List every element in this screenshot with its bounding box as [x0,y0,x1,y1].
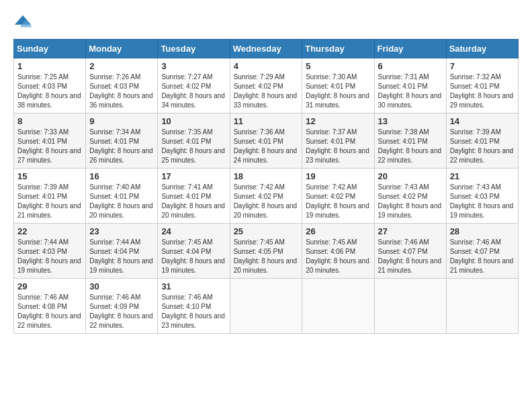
calendar-cell: 21 Sunrise: 7:43 AM Sunset: 4:03 PM Dayl… [446,169,518,224]
day-number: 31 [161,281,226,291]
calendar-cell: 18 Sunrise: 7:42 AM Sunset: 4:02 PM Dayl… [230,169,302,224]
calendar-cell: 10 Sunrise: 7:35 AM Sunset: 4:01 PM Dayl… [158,113,230,169]
calendar-cell: 5 Sunrise: 7:30 AM Sunset: 4:01 PM Dayli… [302,58,374,113]
calendar-cell: 9 Sunrise: 7:34 AM Sunset: 4:01 PM Dayli… [86,113,158,169]
calendar-cell: 4 Sunrise: 7:29 AM Sunset: 4:02 PM Dayli… [230,58,302,113]
day-detail: Sunrise: 7:43 AM Sunset: 4:02 PM Dayligh… [378,183,443,220]
day-detail: Sunrise: 7:42 AM Sunset: 4:02 PM Dayligh… [306,183,370,220]
calendar-cell [374,279,446,334]
day-detail: Sunrise: 7:27 AM Sunset: 4:02 PM Dayligh… [161,73,226,110]
day-detail: Sunrise: 7:45 AM Sunset: 4:04 PM Dayligh… [161,238,226,275]
weekday-header-monday: Monday [86,40,158,58]
weekday-header-tuesday: Tuesday [158,40,230,58]
calendar-cell: 11 Sunrise: 7:36 AM Sunset: 4:01 PM Dayl… [230,113,302,169]
day-detail: Sunrise: 7:46 AM Sunset: 4:10 PM Dayligh… [161,293,226,330]
day-detail: Sunrise: 7:37 AM Sunset: 4:01 PM Dayligh… [306,128,370,165]
weekday-header-sunday: Sunday [14,40,86,58]
logo-icon [13,13,32,32]
calendar-cell: 6 Sunrise: 7:31 AM Sunset: 4:01 PM Dayli… [374,58,446,113]
day-number: 3 [161,61,226,71]
calendar-cell: 13 Sunrise: 7:38 AM Sunset: 4:01 PM Dayl… [374,113,446,169]
calendar-week-4: 22 Sunrise: 7:44 AM Sunset: 4:03 PM Dayl… [14,224,519,279]
day-detail: Sunrise: 7:45 AM Sunset: 4:05 PM Dayligh… [234,238,299,275]
day-number: 23 [89,226,154,236]
day-detail: Sunrise: 7:41 AM Sunset: 4:01 PM Dayligh… [161,183,226,220]
weekday-header-saturday: Saturday [446,40,518,58]
day-detail: Sunrise: 7:43 AM Sunset: 4:03 PM Dayligh… [450,183,515,220]
day-detail: Sunrise: 7:44 AM Sunset: 4:04 PM Dayligh… [89,238,154,275]
day-detail: Sunrise: 7:33 AM Sunset: 4:01 PM Dayligh… [17,128,82,165]
day-number: 5 [306,61,370,71]
calendar-cell: 15 Sunrise: 7:39 AM Sunset: 4:01 PM Dayl… [14,169,86,224]
day-number: 18 [234,171,299,181]
day-number: 25 [234,226,299,236]
day-number: 12 [306,116,370,126]
calendar-cell: 23 Sunrise: 7:44 AM Sunset: 4:04 PM Dayl… [86,224,158,279]
day-detail: Sunrise: 7:26 AM Sunset: 4:03 PM Dayligh… [89,73,154,110]
day-number: 20 [378,171,443,181]
day-number: 26 [306,226,370,236]
weekday-header-wednesday: Wednesday [230,40,302,58]
day-detail: Sunrise: 7:46 AM Sunset: 4:09 PM Dayligh… [89,293,154,330]
day-number: 1 [17,61,82,71]
page-header [13,13,519,32]
day-detail: Sunrise: 7:44 AM Sunset: 4:03 PM Dayligh… [17,238,82,275]
day-number: 14 [450,116,515,126]
calendar-table: SundayMondayTuesdayWednesdayThursdayFrid… [13,39,519,334]
day-detail: Sunrise: 7:42 AM Sunset: 4:02 PM Dayligh… [234,183,299,220]
day-detail: Sunrise: 7:39 AM Sunset: 4:01 PM Dayligh… [17,183,82,220]
calendar-cell: 30 Sunrise: 7:46 AM Sunset: 4:09 PM Dayl… [86,279,158,334]
weekday-header-thursday: Thursday [302,40,374,58]
calendar-cell: 8 Sunrise: 7:33 AM Sunset: 4:01 PM Dayli… [14,113,86,169]
day-detail: Sunrise: 7:25 AM Sunset: 4:03 PM Dayligh… [17,73,82,110]
calendar-cell: 24 Sunrise: 7:45 AM Sunset: 4:04 PM Dayl… [158,224,230,279]
weekday-header-friday: Friday [374,40,446,58]
calendar-cell [230,279,302,334]
day-number: 10 [161,116,226,126]
day-number: 30 [89,281,154,291]
calendar-cell: 2 Sunrise: 7:26 AM Sunset: 4:03 PM Dayli… [86,58,158,113]
day-detail: Sunrise: 7:30 AM Sunset: 4:01 PM Dayligh… [306,73,370,110]
calendar-week-3: 15 Sunrise: 7:39 AM Sunset: 4:01 PM Dayl… [14,169,519,224]
logo [13,13,35,32]
calendar-cell: 16 Sunrise: 7:40 AM Sunset: 4:01 PM Dayl… [86,169,158,224]
day-number: 15 [17,171,82,181]
day-detail: Sunrise: 7:31 AM Sunset: 4:01 PM Dayligh… [378,73,443,110]
day-number: 7 [450,61,515,71]
calendar-cell: 19 Sunrise: 7:42 AM Sunset: 4:02 PM Dayl… [302,169,374,224]
day-number: 29 [17,281,82,291]
calendar-week-5: 29 Sunrise: 7:46 AM Sunset: 4:08 PM Dayl… [14,279,519,334]
day-number: 27 [378,226,443,236]
day-number: 21 [450,171,515,181]
calendar-cell [302,279,374,334]
day-number: 9 [89,116,154,126]
day-number: 17 [161,171,226,181]
calendar-cell: 28 Sunrise: 7:46 AM Sunset: 4:07 PM Dayl… [446,224,518,279]
day-detail: Sunrise: 7:38 AM Sunset: 4:01 PM Dayligh… [378,128,443,165]
calendar-cell: 12 Sunrise: 7:37 AM Sunset: 4:01 PM Dayl… [302,113,374,169]
calendar-cell: 1 Sunrise: 7:25 AM Sunset: 4:03 PM Dayli… [14,58,86,113]
calendar-cell: 27 Sunrise: 7:46 AM Sunset: 4:07 PM Dayl… [374,224,446,279]
day-detail: Sunrise: 7:40 AM Sunset: 4:01 PM Dayligh… [89,183,154,220]
day-detail: Sunrise: 7:36 AM Sunset: 4:01 PM Dayligh… [234,128,299,165]
calendar-week-1: 1 Sunrise: 7:25 AM Sunset: 4:03 PM Dayli… [14,58,519,113]
day-detail: Sunrise: 7:34 AM Sunset: 4:01 PM Dayligh… [89,128,154,165]
calendar-cell: 29 Sunrise: 7:46 AM Sunset: 4:08 PM Dayl… [14,279,86,334]
day-number: 13 [378,116,443,126]
calendar-cell: 3 Sunrise: 7:27 AM Sunset: 4:02 PM Dayli… [158,58,230,113]
calendar-cell: 17 Sunrise: 7:41 AM Sunset: 4:01 PM Dayl… [158,169,230,224]
day-detail: Sunrise: 7:32 AM Sunset: 4:01 PM Dayligh… [450,73,515,110]
day-number: 24 [161,226,226,236]
day-number: 11 [234,116,299,126]
calendar-week-2: 8 Sunrise: 7:33 AM Sunset: 4:01 PM Dayli… [14,113,519,169]
calendar-cell: 26 Sunrise: 7:45 AM Sunset: 4:06 PM Dayl… [302,224,374,279]
day-detail: Sunrise: 7:46 AM Sunset: 4:08 PM Dayligh… [17,293,82,330]
day-detail: Sunrise: 7:45 AM Sunset: 4:06 PM Dayligh… [306,238,370,275]
day-detail: Sunrise: 7:46 AM Sunset: 4:07 PM Dayligh… [450,238,515,275]
day-number: 6 [378,61,443,71]
calendar-cell: 20 Sunrise: 7:43 AM Sunset: 4:02 PM Dayl… [374,169,446,224]
day-number: 19 [306,171,370,181]
calendar-cell [446,279,518,334]
day-detail: Sunrise: 7:46 AM Sunset: 4:07 PM Dayligh… [378,238,443,275]
calendar-cell: 25 Sunrise: 7:45 AM Sunset: 4:05 PM Dayl… [230,224,302,279]
